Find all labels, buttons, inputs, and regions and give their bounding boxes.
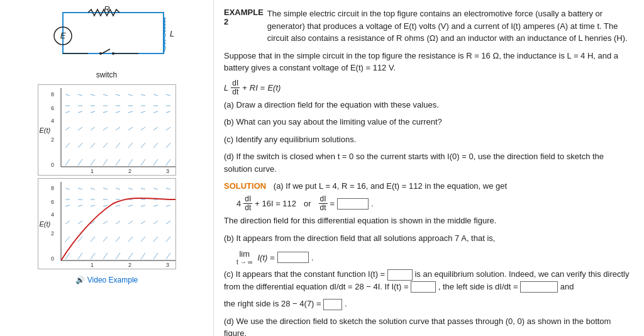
svg-line-84 (65, 253, 70, 259)
video-link-label: Video Example (87, 276, 138, 284)
svg-line-116 (128, 205, 133, 206)
svg-text:R: R (104, 6, 109, 14)
eq-dI-dt2: dI dt (243, 195, 252, 212)
plot2-label: E(t) (40, 220, 51, 228)
svg-line-103 (78, 221, 82, 224)
svg-line-29 (65, 143, 70, 148)
svg-line-118 (153, 205, 158, 206)
part-c-text: (c) Identify any equilibrium solutions. (224, 133, 634, 146)
svg-point-8 (112, 52, 114, 55)
svg-line-40 (91, 127, 95, 130)
eq-dI-dt3: dI dt (319, 195, 328, 212)
eq-plus2: + 16I = 112 (255, 199, 296, 208)
svg-line-95 (91, 237, 95, 242)
eq-plus: + (242, 83, 247, 92)
svg-line-88 (116, 253, 120, 259)
svg-line-92 (166, 253, 170, 259)
sol-c-1: (c) It appears that the constant functio… (224, 269, 385, 279)
svg-line-87 (103, 253, 108, 259)
lim-It: I(t) (257, 253, 267, 262)
svg-line-71 (141, 94, 145, 96)
part-d-text: (d) If the switch is closed when t = 0 s… (224, 150, 634, 175)
svg-line-109 (153, 221, 158, 224)
svg-line-67 (91, 94, 95, 96)
svg-line-137 (166, 188, 170, 189)
video-icon: 🔊 (75, 276, 85, 284)
svg-text:1: 1 (91, 168, 94, 174)
solution-section: SOLUTION (a) If we put L = 4, R = 16, an… (224, 180, 634, 193)
svg-line-26 (141, 159, 145, 165)
svg-text:1: 1 (91, 262, 94, 268)
svg-line-36 (153, 143, 158, 148)
limit-line: lim t → ∞ I(t) = . (236, 249, 634, 266)
answer-box-3[interactable] (387, 269, 413, 281)
answer-box-1[interactable] (337, 198, 369, 210)
svg-line-100 (153, 237, 158, 242)
svg-line-113 (91, 205, 95, 206)
svg-line-43 (128, 127, 133, 130)
lim-dot: . (311, 253, 314, 262)
svg-line-44 (141, 127, 145, 130)
svg-line-117 (141, 205, 145, 206)
svg-text:2: 2 (128, 168, 131, 174)
svg-line-54 (153, 111, 158, 113)
solution-a-text: (a) If we put L = 4, R = 16, and E(t) = … (274, 180, 507, 193)
svg-line-99 (141, 237, 145, 242)
svg-text:0: 0 (51, 255, 54, 262)
svg-line-108 (141, 221, 145, 224)
eq-equals: = (260, 83, 265, 92)
svg-line-68 (103, 94, 108, 96)
svg-line-25 (128, 159, 133, 165)
answer-box-5[interactable] (520, 281, 558, 293)
solution-b-text: (b) It appears from the direction field … (224, 232, 634, 245)
svg-line-38 (65, 127, 70, 130)
svg-line-22 (91, 159, 95, 165)
svg-line-35 (141, 143, 145, 148)
svg-line-7 (102, 49, 110, 53)
svg-text:2: 2 (128, 262, 131, 268)
svg-text:2: 2 (51, 230, 54, 237)
paragraph2: Suppose that in the simple circuit in th… (224, 50, 634, 74)
svg-line-70 (128, 94, 133, 96)
example-number: EXAMPLE 2 (224, 8, 264, 45)
svg-line-32 (103, 143, 108, 148)
svg-line-105 (103, 221, 108, 224)
svg-line-21 (78, 159, 82, 165)
svg-line-45 (153, 127, 158, 130)
svg-point-6 (99, 52, 102, 55)
video-link[interactable]: 🔊 Video Example (75, 276, 138, 284)
svg-text:2: 2 (51, 137, 54, 143)
svg-line-42 (116, 127, 120, 130)
part-b-text: (b) What can you say about the limiting … (224, 116, 634, 128)
svg-line-135 (141, 188, 145, 189)
svg-line-37 (166, 143, 170, 148)
svg-line-131 (91, 188, 95, 189)
svg-line-97 (116, 237, 120, 242)
svg-line-50 (103, 111, 108, 113)
lim-sub: t → ∞ (236, 259, 252, 266)
svg-line-23 (103, 159, 108, 165)
svg-line-55 (166, 111, 170, 113)
svg-line-91 (153, 253, 158, 259)
svg-text:6: 6 (51, 199, 54, 205)
svg-line-107 (128, 221, 133, 224)
svg-line-28 (166, 159, 170, 165)
svg-line-93 (65, 237, 70, 242)
answer-box-4[interactable] (411, 281, 436, 293)
svg-line-119 (166, 205, 170, 206)
right-panel: EXAMPLE 2 The simple electric circuit in… (214, 0, 644, 336)
lim-eq: = (270, 253, 275, 262)
lim-block: lim t → ∞ (236, 249, 252, 266)
svg-line-129 (65, 188, 70, 189)
svg-line-72 (153, 94, 158, 96)
svg-line-134 (128, 188, 133, 189)
svg-text:3: 3 (166, 262, 169, 268)
direction-field-plot2: E(t) 0 2 4 6 8 1 2 3 (38, 178, 176, 269)
solution-label: SOLUTION (224, 180, 266, 193)
answer-box-2[interactable] (277, 252, 309, 263)
eq-L: L (224, 83, 228, 92)
svg-line-31 (91, 143, 95, 148)
paragraph2-text: Suppose that in the simple circuit in th… (224, 51, 618, 73)
answer-box-6[interactable] (323, 299, 342, 310)
part-a-text: (a) Draw a direction field for the equat… (224, 99, 634, 111)
